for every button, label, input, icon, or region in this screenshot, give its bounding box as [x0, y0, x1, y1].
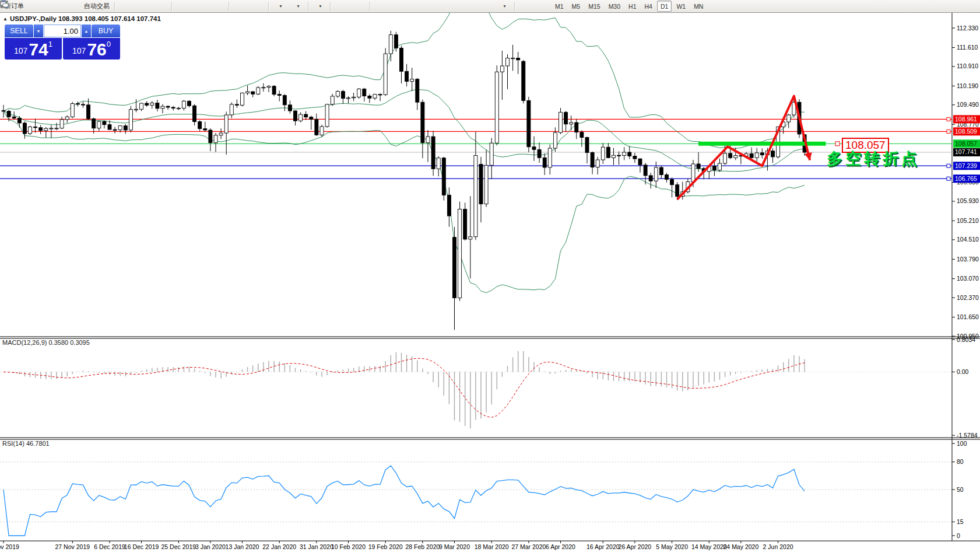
drawn-annotations[interactable]: [677, 96, 840, 199]
svg-text:0.8034: 0.8034: [957, 336, 975, 343]
dropdown-caret-icon[interactable]: ▾: [297, 4, 299, 9]
svg-text:15: 15: [957, 518, 964, 525]
cursor-button[interactable]: [333, 1, 350, 12]
candle: [331, 96, 334, 104]
bid-price-panel[interactable]: 107741: [5, 38, 62, 60]
candle: [628, 152, 631, 156]
equidistant-channel-button[interactable]: E: [426, 1, 442, 12]
collapse-triangle-icon[interactable]: ▲: [3, 16, 8, 22]
terminal-button[interactable]: [45, 1, 61, 12]
candle: [294, 111, 297, 121]
dropdown-caret-icon[interactable]: ▾: [319, 4, 321, 9]
candle: [103, 121, 106, 125]
candle: [596, 160, 599, 167]
candle: [458, 209, 462, 298]
hline-handle[interactable]: [947, 164, 950, 167]
chat-button[interactable]: [960, 1, 977, 12]
candle: [580, 132, 584, 138]
candle: [219, 133, 223, 135]
candle: [638, 159, 642, 165]
candle: [654, 167, 658, 181]
symbol-name: USDJPY-,Daily: [10, 15, 57, 22]
chart-shift-button[interactable]: [250, 1, 266, 12]
cn-annotation-text[interactable]: 多空转折点: [827, 148, 920, 169]
toolbar-separator: [308, 2, 309, 11]
chart-line-button[interactable]: [153, 1, 169, 12]
timeframe-m15-button[interactable]: M15: [585, 1, 603, 12]
candle: [352, 97, 356, 97]
zoom-in-button[interactable]: [175, 1, 191, 12]
date-label: 22 Jan 2020: [262, 543, 296, 550]
auto-trading-button[interactable]: 自动交易: [80, 1, 112, 12]
candle: [71, 103, 74, 117]
vertical-line-button[interactable]: [373, 1, 389, 12]
date-label: 13 Jan 2020: [226, 543, 259, 550]
macd-value-1: 0.3580: [48, 339, 68, 346]
text-button[interactable]: A: [461, 1, 477, 12]
timeframe-h4-button[interactable]: H4: [641, 1, 656, 12]
trend-zigzag-arrow[interactable]: [677, 96, 810, 199]
candle: [649, 176, 652, 181]
candle: [575, 123, 578, 132]
svg-text:108.961: 108.961: [955, 116, 977, 123]
fibonacci-button[interactable]: F: [443, 1, 459, 12]
candle: [623, 152, 626, 156]
zoom-out-button[interactable]: [192, 1, 209, 12]
date-label: 6 Dec 2019: [94, 543, 125, 550]
timeframe-mn-button[interactable]: MN: [690, 1, 707, 12]
arrows-button[interactable]: ▾: [496, 1, 512, 12]
candle: [198, 122, 202, 129]
macd-panel: [0, 351, 952, 429]
candle: [230, 104, 233, 115]
candle: [39, 128, 43, 131]
candle: [50, 128, 53, 129]
candle: [341, 92, 345, 99]
date-label: 2 Jun 2020: [763, 543, 793, 550]
market-watch-gold-button[interactable]: [27, 1, 44, 12]
text-label-button[interactable]: T: [478, 1, 494, 12]
timeframe-m30-button[interactable]: M30: [605, 1, 624, 12]
crosshair-button[interactable]: [351, 1, 367, 12]
chart-bars-button[interactable]: [118, 1, 134, 12]
candle: [500, 66, 504, 72]
buy-button[interactable]: BUY: [92, 25, 120, 37]
horizontal-line-button[interactable]: [391, 1, 407, 12]
hline-handle[interactable]: [947, 130, 950, 133]
hline-handle[interactable]: [947, 177, 950, 180]
volume-increase-button[interactable]: ▲: [82, 25, 91, 37]
volume-decrease-button[interactable]: ▼: [34, 25, 43, 37]
svg-text:103.070: 103.070: [957, 275, 979, 282]
candle: [283, 96, 286, 105]
trendline-button[interactable]: [408, 1, 424, 12]
signals-button[interactable]: [62, 1, 79, 12]
hline-handle[interactable]: [947, 117, 950, 121]
candle: [135, 109, 138, 110]
dropdown-caret-icon[interactable]: ▾: [503, 4, 505, 9]
search-button[interactable]: [943, 1, 959, 12]
candle: [670, 179, 674, 184]
tile-windows-button[interactable]: [210, 1, 226, 12]
indicators-list-button[interactable]: ▾: [311, 1, 328, 12]
timeframe-m5-button[interactable]: M5: [568, 1, 584, 12]
sell-button[interactable]: SELL: [5, 25, 33, 37]
auto-scroll-button[interactable]: [232, 1, 248, 12]
candle: [278, 95, 281, 96]
candle: [527, 100, 531, 146]
dropdown-caret-icon[interactable]: ▾: [279, 4, 282, 9]
chart-candles-button[interactable]: [135, 1, 152, 12]
macd-signal-line: [3, 358, 805, 417]
toolbar-separator: [330, 2, 331, 11]
rsi-panel: [0, 462, 952, 536]
toolbar-separator: [171, 2, 173, 11]
candle: [203, 129, 207, 130]
timeframe-m1-button[interactable]: M1: [552, 1, 567, 12]
ask-price-panel[interactable]: 107760: [63, 38, 120, 60]
timeframe-d1-button[interactable]: D1: [657, 1, 672, 12]
callout-anchor-handle[interactable]: [835, 142, 840, 146]
new-chart-button[interactable]: ▾: [272, 1, 288, 12]
timeframe-h1-button[interactable]: H1: [625, 1, 640, 12]
timeframe-w1-button[interactable]: W1: [673, 1, 689, 12]
profiles-button[interactable]: ▾: [289, 1, 305, 12]
candle: [697, 164, 700, 169]
candle: [384, 54, 387, 95]
